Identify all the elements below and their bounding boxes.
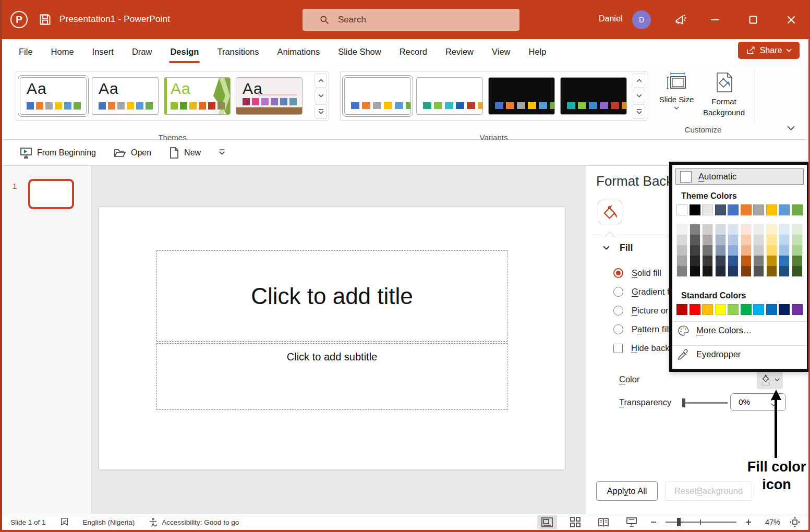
theme-color-swatch-4[interactable] xyxy=(715,204,726,215)
tab-insert[interactable]: Insert xyxy=(91,43,115,61)
tab-review[interactable]: Review xyxy=(444,43,475,61)
theme-variant-swatch[interactable] xyxy=(728,245,738,256)
theme-variant-swatch[interactable] xyxy=(703,224,712,235)
theme-color-swatch-7[interactable] xyxy=(753,204,764,215)
standard-color-swatch-8[interactable] xyxy=(766,304,777,315)
fill-section-header[interactable]: Fill xyxy=(603,243,633,253)
save-icon[interactable] xyxy=(38,13,52,27)
zoom-level[interactable]: 47% xyxy=(760,518,780,526)
theme-variant-swatch[interactable] xyxy=(690,235,700,245)
format-background-button[interactable]: Format Background xyxy=(700,72,748,120)
fill-option-2[interactable]: Gradient fill xyxy=(613,287,675,297)
theme-variant-swatch[interactable] xyxy=(741,224,751,235)
theme-variant-swatch[interactable] xyxy=(754,266,764,276)
standard-color-swatch-2[interactable] xyxy=(690,304,700,315)
normal-view-button[interactable] xyxy=(537,515,557,529)
theme-tile-4[interactable]: Aa xyxy=(236,77,303,115)
theme-variant-swatch[interactable] xyxy=(716,224,726,235)
theme-color-swatch-6[interactable] xyxy=(741,204,752,215)
slideshow-view-button[interactable] xyxy=(622,515,642,529)
variants-scroll-up[interactable] xyxy=(633,73,645,88)
theme-variant-swatch[interactable] xyxy=(703,245,712,256)
theme-variant-swatch[interactable] xyxy=(703,256,712,266)
radio-button[interactable] xyxy=(613,324,623,334)
radio-button[interactable] xyxy=(613,287,623,297)
tab-home[interactable]: Home xyxy=(50,43,75,61)
subtitle-placeholder[interactable]: Click to add subtitle xyxy=(156,343,507,410)
reading-view-button[interactable] xyxy=(594,515,613,529)
slide-thumbnail[interactable] xyxy=(28,179,74,209)
variant-tile-4[interactable] xyxy=(560,77,627,115)
accessibility-button[interactable]: Accessibility: Good to go xyxy=(148,517,239,527)
zoom-in-icon[interactable] xyxy=(745,518,752,526)
new-button[interactable]: New xyxy=(164,144,206,162)
theme-variant-swatch[interactable] xyxy=(716,245,726,256)
fill-tab-button[interactable] xyxy=(598,200,622,224)
theme-variant-swatch[interactable] xyxy=(728,235,738,245)
transparency-slider[interactable] xyxy=(684,402,728,404)
theme-color-swatch-2[interactable] xyxy=(690,204,700,215)
share-button[interactable]: Share xyxy=(738,42,800,59)
theme-variant-swatch[interactable] xyxy=(767,235,777,245)
theme-color-swatch-5[interactable] xyxy=(728,204,739,215)
theme-variant-swatch[interactable] xyxy=(716,235,726,245)
slide-size-button[interactable]: Slide Size xyxy=(657,72,696,120)
transparency-input[interactable] xyxy=(731,397,767,407)
theme-variant-swatch[interactable] xyxy=(690,256,700,266)
collapse-ribbon-chevron[interactable] xyxy=(787,124,795,133)
tab-design[interactable]: Design xyxy=(169,43,200,61)
theme-variant-swatch[interactable] xyxy=(690,266,700,276)
theme-variant-swatch[interactable] xyxy=(703,235,712,245)
theme-variant-swatch[interactable] xyxy=(716,266,726,276)
theme-variant-swatch[interactable] xyxy=(677,224,687,235)
tab-animations[interactable]: Animations xyxy=(276,43,321,61)
close-button[interactable] xyxy=(777,0,806,39)
eyedropper-item[interactable]: Eyedropper xyxy=(672,346,807,363)
tab-file[interactable]: File xyxy=(18,43,34,61)
theme-variant-swatch[interactable] xyxy=(741,235,751,245)
theme-variant-swatch[interactable] xyxy=(767,224,777,235)
theme-variant-swatch[interactable] xyxy=(728,224,738,235)
theme-variant-swatch[interactable] xyxy=(779,245,789,256)
themes-scroll-down[interactable] xyxy=(315,89,327,103)
theme-variant-swatch[interactable] xyxy=(677,235,687,245)
theme-variant-swatch[interactable] xyxy=(792,235,802,245)
standard-color-swatch-6[interactable] xyxy=(741,304,752,315)
theme-variant-swatch[interactable] xyxy=(779,235,789,245)
theme-variant-swatch[interactable] xyxy=(741,245,751,256)
tab-help[interactable]: Help xyxy=(527,43,547,61)
theme-variant-swatch[interactable] xyxy=(716,256,726,266)
variants-more-button[interactable] xyxy=(633,104,645,119)
zoom-slider[interactable] xyxy=(666,522,736,523)
standard-color-swatch-7[interactable] xyxy=(753,304,764,315)
variant-tile-3[interactable] xyxy=(488,77,555,115)
tab-transitions[interactable]: Transitions xyxy=(216,43,260,61)
theme-tile-2[interactable]: Aa xyxy=(92,77,159,115)
theme-variant-swatch[interactable] xyxy=(779,266,789,276)
theme-color-swatch-9[interactable] xyxy=(779,204,790,215)
themes-more-button[interactable] xyxy=(315,104,327,119)
standard-color-swatch-4[interactable] xyxy=(715,304,726,315)
standard-color-swatch-3[interactable] xyxy=(702,304,713,315)
standard-color-swatch-5[interactable] xyxy=(728,304,739,315)
theme-variant-swatch[interactable] xyxy=(792,266,802,276)
maximize-button[interactable] xyxy=(739,0,768,39)
theme-variant-swatch[interactable] xyxy=(767,256,777,266)
checkbox[interactable] xyxy=(613,344,623,353)
variant-tile-2[interactable] xyxy=(416,77,483,115)
search-input[interactable] xyxy=(338,15,484,25)
theme-variant-swatch[interactable] xyxy=(677,245,687,256)
theme-variant-swatch[interactable] xyxy=(741,266,751,276)
tab-view[interactable]: View xyxy=(491,43,511,61)
theme-color-swatch-8[interactable] xyxy=(766,204,777,215)
theme-variant-swatch[interactable] xyxy=(690,224,700,235)
more-colors-item[interactable]: More Colors… xyxy=(672,322,807,339)
theme-variant-swatch[interactable] xyxy=(741,256,751,266)
theme-variant-swatch[interactable] xyxy=(754,224,764,235)
theme-variant-swatch[interactable] xyxy=(703,266,712,276)
theme-tile-3[interactable]: Aa xyxy=(164,77,231,115)
theme-variant-swatch[interactable] xyxy=(728,256,738,266)
tab-slide-show[interactable]: Slide Show xyxy=(337,43,382,61)
theme-color-swatch-10[interactable] xyxy=(792,204,803,215)
title-placeholder[interactable]: Click to add title xyxy=(156,250,507,342)
